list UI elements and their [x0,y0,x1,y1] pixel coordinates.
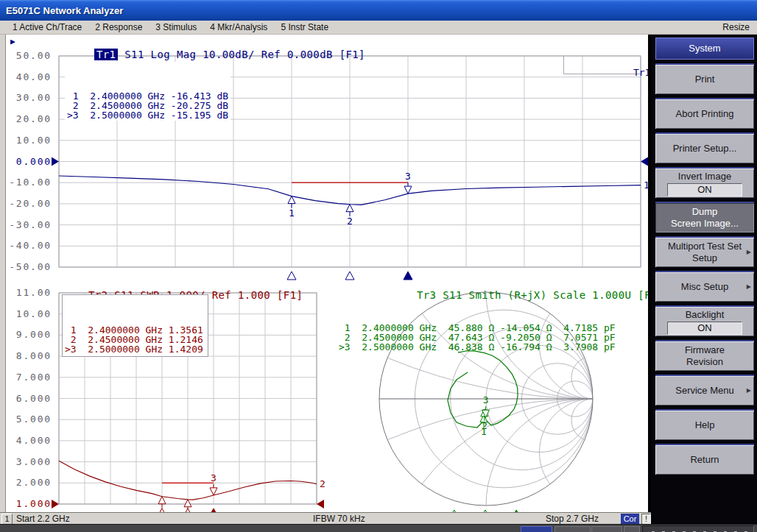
button-label: Firmware [685,344,725,356]
button-label: System [689,43,720,54]
menu-item[interactable]: 1 Active Ch/Trace [6,22,88,32]
sidebar-button-firmware-revision[interactable]: FirmwareRevision [655,340,754,371]
sidebar-button-return[interactable]: Return [655,444,754,475]
left-border-strip [0,35,6,512]
taskbar-strip [0,524,757,532]
button-label: Setup [692,252,717,264]
svg-text:20.00: 20.00 [16,113,52,124]
button-label: Revision [686,356,723,368]
network-analyzer-app: E5071C Network Analyzer 1 Active Ch/Trac… [0,0,757,532]
svg-text:30.00: 30.00 [16,92,52,103]
sidebar-button-service-menu[interactable]: Service Menu▶ [655,375,754,405]
tr1-pass-text: Tr1: Pass [633,67,648,78]
tr1-header-text: S11 Log Mag 10.00dB/ Ref 0.000dB [F1] [118,49,365,60]
svg-text:2: 2 [347,216,353,227]
svg-text:4.000: 4.000 [16,435,52,446]
svg-text:0.000: 0.000 [16,156,52,167]
submenu-arrow-icon: ▶ [747,247,751,258]
button-label: Print [695,74,715,85]
active-trace-arrow-icon: ▶ [10,37,15,46]
marker-row: >32.5000000 GHz1.4209 [65,344,203,354]
svg-text:2: 2 [482,420,487,431]
svg-text:2.000: 2.000 [16,477,52,488]
svg-text:3: 3 [483,394,489,405]
svg-text:10.00: 10.00 [16,135,52,146]
sidebar-button-print[interactable]: Print [655,63,754,94]
svg-text:-20.00: -20.00 [9,198,52,209]
svg-text:3.000: 3.000 [16,456,52,467]
sidebar-menu: SystemPrintAbort PrintingPrinter Setup..… [651,35,757,524]
svg-text:5.000: 5.000 [16,414,52,425]
tr1-marker-table: 12.4000000 GHz-16.413 dB22.4500000 GHz-2… [65,62,230,121]
correction-status-badge: Cor [621,514,639,524]
sidebar-button-misc-setup[interactable]: Misc Setup▶ [655,271,754,302]
svg-text:1: 1 [289,208,295,219]
svg-text:-40.00: -40.00 [9,240,52,251]
svg-text:3: 3 [211,472,216,483]
button-label: Printer Setup... [673,143,737,155]
title-bar: E5071C Network Analyzer [0,0,757,21]
sidebar-button-abort-printing[interactable]: Abort Printing [655,98,754,129]
button-label: Misc Setup [681,281,728,293]
svg-text:2: 2 [320,478,325,489]
svg-text:3: 3 [405,171,411,182]
start-frequency: Start 2.2 GHz [16,514,70,524]
tr1-label-chip[interactable]: Tr1 [94,49,119,60]
sidebar-button-invert-image[interactable]: Invert ImageON [655,167,754,198]
svg-text:8.000: 8.000 [16,350,52,361]
menu-bar: 1 Active Ch/Trace2 Response3 Stimulus4 M… [0,21,757,35]
button-label: Dump [692,206,718,218]
instrument-screen: 50.0040.0030.0020.0010.000.000-10.00-20.… [6,35,648,512]
resize-button[interactable]: Resize [722,22,751,32]
button-label: Help [695,419,715,431]
sidebar-button-printer-setup[interactable]: Printer Setup... [655,132,754,163]
tr1-limit-status-badge: Tr1: Pass [563,56,641,74]
taskbar-item[interactable] [591,526,622,532]
svg-text:1: 1 [644,180,648,191]
svg-text:9.000: 9.000 [16,329,52,340]
taskbar-item[interactable] [521,526,552,532]
svg-text:-50.00: -50.00 [9,261,52,272]
svg-text:-30.00: -30.00 [9,219,52,230]
taskbar-item[interactable] [554,526,591,532]
button-label: Invert Image [678,171,731,182]
marker-row: >32.5000000 GHz46.838 Ω-16.794 Ω3.7908 p… [339,342,616,352]
trace-markers[interactable]: 123 [480,394,490,437]
submenu-arrow-icon: ▶ [747,281,751,293]
sidebar-button-dump-screen-image[interactable]: DumpScreen Image... [655,202,754,233]
tr2-marker-table: 12.4000000 GHz1.356122.4500000 GHz1.2146… [62,294,208,357]
menu-item[interactable]: 2 Response [88,22,149,32]
status-bar: 1 Start 2.2 GHz IFBW 70 kHz Stop 2.7 GHz… [0,512,651,524]
warning-indicator: ! [641,514,651,525]
sidebar-button-backlight[interactable]: BacklightON [655,305,754,336]
taskbar-item[interactable] [624,526,640,532]
sidebar-button-help[interactable]: Help [655,409,754,440]
button-label: Multiport Test Set [668,241,742,252]
svg-text:1.000: 1.000 [16,498,52,509]
channel-number-box: 1 [1,514,13,525]
svg-text:7.000: 7.000 [16,372,52,383]
svg-text:40.00: 40.00 [16,71,52,82]
stop-frequency: Stop 2.7 GHz [546,514,599,524]
button-label: Backlight [686,309,725,321]
taskbar-clock [642,525,754,532]
y-axis-labels: 50.0040.0030.0020.0010.000.000-10.00-20.… [9,50,52,272]
sidebar-button-multiport-test-set-setup[interactable]: Multiport Test SetSetup▶ [655,236,754,267]
button-label: Service Menu [675,385,733,397]
button-label: Screen Image... [671,218,739,230]
submenu-arrow-icon: ▶ [747,385,751,397]
toggle-state-value: ON [667,183,742,196]
menu-item[interactable]: 5 Instr State [274,22,335,32]
y-axis-labels: 11.0010.009.0008.0007.0006.0005.0004.000… [16,287,52,509]
marker-row: >32.5000000 GHz-15.195 dB [67,110,228,120]
ifbw-readout: IFBW 70 kHz [313,514,365,524]
window-title: E5071C Network Analyzer [6,5,123,16]
svg-text:-10.00: -10.00 [9,177,52,188]
button-label: Abort Printing [676,108,734,120]
svg-text:6.000: 6.000 [16,393,52,404]
tr3-marker-table: 12.4000000 GHz45.880 Ω-14.054 Ω4.7185 pF… [339,294,616,352]
toggle-state-value: ON [667,322,742,335]
menu-item[interactable]: 3 Stimulus [149,22,203,32]
menu-item[interactable]: 4 Mkr/Analysis [203,22,274,32]
button-label: Return [690,454,719,466]
